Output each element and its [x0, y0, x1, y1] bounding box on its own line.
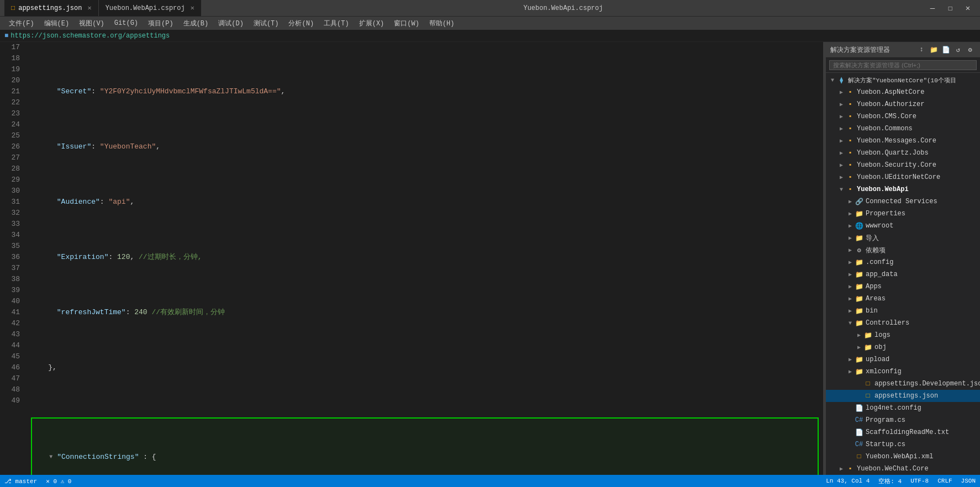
toolbar-properties[interactable]: ⚙	[965, 44, 976, 55]
file-program[interactable]: C# Program.cs	[826, 414, 980, 426]
close-button[interactable]: ✕	[960, 3, 976, 14]
file-icon-scaffolding: 📄	[855, 428, 863, 437]
status-errors[interactable]: ✕ 0 ⚠ 0	[46, 478, 71, 485]
expand-bin[interactable]: ▶	[846, 308, 855, 314]
expand-logs[interactable]: ▶	[855, 332, 863, 338]
project-authorizer[interactable]: ▶ ▪ Yuebon.Authorizer	[826, 98, 980, 110]
folder-obj[interactable]: ▶ 📁 obj	[826, 341, 980, 353]
folder-controllers[interactable]: ▼ 📁 Controllers	[826, 317, 980, 329]
folder-logs[interactable]: ▶ 📁 logs	[826, 329, 980, 341]
file-webapi-xml[interactable]: □ Yuebon.WebApi.xml	[826, 451, 980, 463]
solution-search-input[interactable]	[829, 60, 977, 70]
folder-import[interactable]: ▶ 📁 导入	[826, 232, 980, 244]
menu-git[interactable]: Git(G)	[110, 18, 143, 28]
expand-wechat[interactable]: ▶	[837, 465, 846, 472]
expand-controllers[interactable]: ▼	[846, 320, 855, 326]
menu-help[interactable]: 帮助(H)	[425, 18, 459, 29]
status-language[interactable]: JSON	[961, 478, 976, 484]
tab-close-appsettings[interactable]: ✕	[87, 4, 91, 12]
expand-upload[interactable]: ▶	[846, 356, 855, 363]
line-numbers: 1718192021 2223242526 2728293031 3233343…	[0, 42, 27, 475]
folder-upload[interactable]: ▶ 📁 upload	[826, 353, 980, 366]
expand-properties[interactable]: ▶	[846, 210, 855, 217]
menu-edit[interactable]: 编辑(E)	[40, 18, 74, 29]
toolbar-refresh[interactable]: ↺	[952, 44, 963, 55]
expand-quartz[interactable]: ▶	[837, 150, 846, 156]
folder-label-app-data: app_data	[866, 271, 898, 278]
folder-dependencies[interactable]: ▶ ⚙ 依赖项	[826, 244, 980, 256]
expand-security[interactable]: ▶	[837, 162, 846, 168]
menu-build[interactable]: 生成(B)	[179, 18, 213, 29]
project-quartz[interactable]: ▶ ▪ Yuebon.Quartz.Jobs	[826, 147, 980, 159]
tab-close-csproj[interactable]: ✕	[191, 4, 194, 12]
project-aspnetcore[interactable]: ▶ ▪ Yuebon.AspNetCore	[826, 86, 980, 98]
breadcrumb-url[interactable]: https://json.schemastore.org/appsettings	[10, 32, 170, 40]
maximize-button[interactable]: ☐	[942, 3, 958, 14]
folder-config[interactable]: ▶ 📁 .config	[826, 256, 980, 268]
expand-wwwroot[interactable]: ▶	[846, 223, 855, 229]
file-log4net[interactable]: 📄 log4net.config	[826, 402, 980, 414]
panel-header: 解决方案资源管理器 ↕ 📁 📄 ↺ ⚙	[826, 42, 980, 58]
expand-solution[interactable]: ▼	[828, 77, 837, 83]
folder-wwwroot[interactable]: ▶ 🌐 wwwroot	[826, 220, 980, 232]
expand-app-data[interactable]: ▶	[846, 271, 855, 278]
project-webapi[interactable]: ▼ ▪ Yuebon.WebApi	[826, 183, 980, 195]
project-security[interactable]: ▶ ▪ Yuebon.Security.Core	[826, 159, 980, 171]
menu-analyze[interactable]: 分析(N)	[284, 18, 318, 29]
toolbar-new-folder[interactable]: 📁	[928, 44, 939, 55]
folder-xmlconfig[interactable]: ▶ 📁 xmlconfig	[826, 366, 980, 378]
folder-properties[interactable]: ▶ 📁 Properties	[826, 208, 980, 220]
file-scaffolding[interactable]: 📄 ScaffoldingReadMe.txt	[826, 426, 980, 438]
menu-test[interactable]: 测试(T)	[249, 18, 283, 29]
menu-view[interactable]: 视图(V)	[75, 18, 109, 29]
toolbar-sync-btn[interactable]: ↕	[916, 44, 927, 55]
folder-app-data[interactable]: ▶ 📁 app_data	[826, 268, 980, 280]
project-commons[interactable]: ▶ ▪ Yuebon.Commons	[826, 123, 980, 135]
menu-window[interactable]: 窗口(W)	[389, 18, 424, 29]
editor-area[interactable]: 1718192021 2223242526 2728293031 3233343…	[0, 42, 823, 475]
expand-dependencies[interactable]: ▶	[846, 247, 855, 253]
project-ueditor[interactable]: ▶ ▪ Yuebon.UEditorNetCore	[826, 171, 980, 183]
project-cms[interactable]: ▶ ▪ Yuebon.CMS.Core	[826, 110, 980, 123]
solution-root[interactable]: ▼ ⧫ 解决方案"YuebonNetCore"(10个项目	[826, 74, 980, 86]
collapse-23[interactable]: ▼	[49, 452, 56, 463]
file-appsettings-dev[interactable]: □ appsettings.Development.json	[826, 378, 980, 390]
menu-tools[interactable]: 工具(T)	[319, 18, 354, 29]
expand-areas[interactable]: ▶	[846, 295, 855, 302]
toolbar-show-all[interactable]: 📄	[940, 44, 951, 55]
minimize-button[interactable]: —	[925, 3, 940, 14]
expand-webapi[interactable]: ▼	[837, 187, 846, 193]
folder-apps[interactable]: ▶ 📁 Apps	[826, 280, 980, 293]
expand-apps[interactable]: ▶	[846, 283, 855, 290]
expand-config[interactable]: ▶	[846, 259, 855, 266]
expand-authorizer[interactable]: ▶	[837, 101, 846, 108]
solution-tree[interactable]: ▼ ⧫ 解决方案"YuebonNetCore"(10个项目 ▶ ▪ Yuebon…	[826, 73, 980, 475]
expand-obj[interactable]: ▶	[855, 344, 863, 351]
file-startup[interactable]: C# Startup.cs	[826, 438, 980, 451]
menu-debug[interactable]: 调试(D)	[214, 18, 248, 29]
folder-connected-services[interactable]: ▶ 🔗 Connected Services	[826, 195, 980, 208]
expand-messages[interactable]: ▶	[837, 137, 846, 144]
project-label-wechat: Yuebon.WeChat.Core	[857, 465, 929, 473]
tab-csproj[interactable]: Yuebon.WebApi.csproj ✕	[99, 0, 202, 16]
project-wechat[interactable]: ▶ ▪ Yuebon.WeChat.Core	[826, 463, 980, 475]
expand-ueditor[interactable]: ▶	[837, 174, 846, 181]
folder-bin[interactable]: ▶ 📁 bin	[826, 305, 980, 317]
menu-extensions[interactable]: 扩展(X)	[355, 18, 389, 29]
expand-connected-services[interactable]: ▶	[846, 198, 855, 205]
menu-project[interactable]: 项目(P)	[144, 18, 178, 29]
status-git[interactable]: ⎇ master	[4, 478, 37, 485]
status-line-ending[interactable]: CRLF	[937, 478, 952, 484]
status-encoding[interactable]: UTF-8	[910, 478, 929, 484]
expand-xmlconfig[interactable]: ▶	[846, 368, 855, 375]
file-appsettings-json[interactable]: □ appsettings.json	[826, 390, 980, 402]
expand-cms[interactable]: ▶	[837, 113, 846, 120]
folder-label-config: .config	[866, 258, 893, 266]
project-messages[interactable]: ▶ ▪ Yuebon.Messages.Core	[826, 135, 980, 147]
folder-areas[interactable]: ▶ 📁 Areas	[826, 293, 980, 305]
expand-aspnetcore[interactable]: ▶	[837, 89, 846, 96]
tab-appsettings[interactable]: □ appsettings.json ✕	[4, 0, 99, 16]
expand-commons[interactable]: ▶	[837, 125, 846, 132]
menu-file[interactable]: 文件(F)	[4, 18, 39, 29]
expand-import[interactable]: ▶	[846, 235, 855, 241]
